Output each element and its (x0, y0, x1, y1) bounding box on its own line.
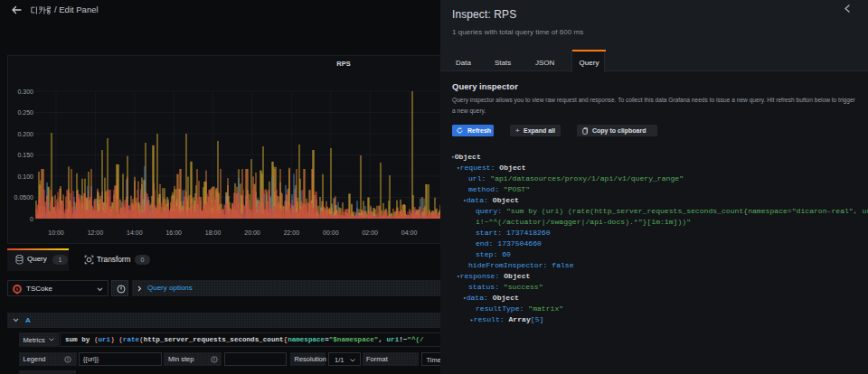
svg-text:0.300: 0.300 (17, 89, 33, 95)
svg-text:04:00: 04:00 (401, 229, 418, 236)
svg-text:0: 0 (30, 216, 33, 222)
svg-text:0.100: 0.100 (17, 173, 33, 180)
svg-text:00:00: 00:00 (323, 229, 339, 236)
svg-text:20:00: 20:00 (244, 229, 260, 236)
svg-text:14:00: 14:00 (127, 229, 143, 236)
svg-text:0.200: 0.200 (17, 131, 33, 137)
svg-text:10:00: 10:00 (48, 229, 64, 236)
svg-text:0.250: 0.250 (17, 109, 33, 116)
svg-text:02:00: 02:00 (362, 229, 378, 236)
svg-text:0.0500: 0.0500 (14, 194, 34, 201)
svg-text:0.150: 0.150 (17, 152, 33, 158)
svg-text:18:00: 18:00 (205, 229, 222, 236)
svg-text:12:00: 12:00 (88, 229, 104, 236)
svg-text:16:00: 16:00 (165, 229, 182, 236)
svg-text:22:00: 22:00 (284, 229, 300, 236)
